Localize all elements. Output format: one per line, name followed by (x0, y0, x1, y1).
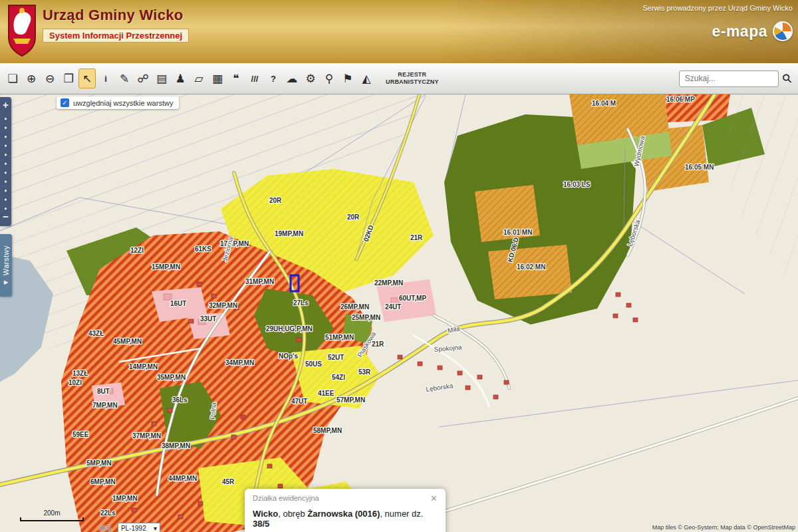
map-label: 29UH,UG,P,MN (266, 325, 313, 332)
map-label: 16.01 MN (503, 229, 532, 236)
popup-title: Działka ewidencyjna (253, 494, 319, 502)
info-icon[interactable]: i (97, 68, 114, 88)
map-label: 32MP,MN (209, 302, 237, 309)
status-code: 3KS (98, 525, 111, 532)
map-label: 54Zl (332, 374, 345, 381)
map-label: 16.03 LS (563, 181, 591, 188)
close-icon[interactable]: ✕ (430, 494, 438, 503)
map-label: 19MP,MN (275, 230, 303, 237)
map-label: 13ZŁ (72, 370, 88, 377)
coat-of-arms-logo (7, 4, 37, 60)
map-label: 34MP,MN (225, 359, 254, 366)
help-icon[interactable]: ? (265, 68, 282, 88)
map-label: 20R (347, 213, 360, 221)
map-label: 24UT (385, 303, 401, 311)
map-label: 35MP,MN (157, 374, 186, 381)
emapa-globe-icon[interactable] (773, 21, 793, 41)
parcel-info-popup: Działka ewidencyjna ✕ Wicko, obręb Żarno… (245, 489, 446, 532)
app-title: Urząd Gminy Wicko (43, 7, 189, 24)
parcel-town: Wicko (253, 509, 278, 519)
map-label: 26MP,MN (340, 303, 369, 311)
map-label: 60UT,MP (399, 295, 426, 302)
map-label: 22MP,MN (374, 279, 403, 287)
map-label: 25MP,MN (352, 314, 380, 321)
toolbar: ❏⊕⊖❐↖i✎☍▤♟▱▦❝///?☁⚙⚲⚑◭ REJESTR URBANISTY… (0, 63, 798, 94)
all-layers-chip: ✓ uwzględniaj wszystkie warstwy (57, 96, 179, 109)
emapa-brand[interactable]: e-mapa (712, 23, 767, 41)
projection-select[interactable]: PL-1992 ▾ (118, 523, 160, 532)
search-icon[interactable]: ⚲ (779, 70, 795, 87)
search-input[interactable] (679, 70, 779, 87)
transform-icon[interactable]: ▱ (190, 68, 207, 88)
layers-panel-tab[interactable]: Warstwy ▶ (0, 234, 12, 297)
zoom-in-button[interactable]: + (3, 98, 9, 112)
map-label: 45R (222, 478, 235, 485)
map-label: 5MP,MN (86, 460, 112, 467)
map-label: 12Zl (130, 247, 144, 254)
map-label: 37MP,MN (132, 432, 161, 440)
scale-label: 200m (20, 509, 84, 517)
map-label: 1MP,MN (112, 495, 138, 502)
app-window: Urząd Gminy Wicko System Informacji Prze… (0, 0, 798, 532)
zoom-out-icon[interactable]: ⊖ (41, 68, 59, 88)
map-label: 16UT (170, 300, 186, 307)
upload-icon[interactable]: ☁ (283, 68, 301, 88)
rejestr-line1: REJESTR (386, 71, 439, 78)
parcel-number: 38/5 (253, 519, 269, 529)
map-label: 22Ls (100, 509, 116, 517)
app-subtitle: System Informacji Przestrzennej (43, 29, 189, 43)
expand-arrow-icon: ▶ (4, 279, 8, 285)
layers-tab-label: Warstwy (2, 245, 10, 275)
map-attribution: Map tiles © Geo-System; Map data © OpenS… (652, 524, 795, 531)
scale-line (20, 517, 84, 521)
cursor-icon[interactable]: ↖ (78, 68, 96, 88)
chevron-down-icon: ▾ (154, 525, 157, 532)
settings-icon[interactable]: ⚙ (302, 68, 319, 88)
flag-icon[interactable]: ⚑ (339, 68, 356, 88)
all-layers-checkbox[interactable]: ✓ (61, 98, 69, 107)
map-label: 44MP,MN (168, 475, 197, 482)
zoom-in-icon[interactable]: ⊕ (23, 68, 40, 88)
map-search-icon[interactable]: ⚲ (321, 68, 338, 88)
map-label: 47UT (291, 398, 307, 405)
zoom-out-button[interactable]: − (3, 210, 9, 223)
map-label: 6MP,MN (90, 478, 116, 485)
map-label: 58MP,MN (313, 427, 342, 434)
panels-icon[interactable]: ▦ (209, 68, 226, 88)
map-label: 16.02 MN (517, 263, 545, 271)
map-viewport[interactable]: 20R20R21R12Zl15MP,MN61KS17MP,MN19MP,MN31… (0, 94, 798, 532)
map-label: 33UT (200, 315, 216, 323)
map-label: 7MP,MN (92, 402, 118, 409)
map-label: 27Ls (293, 299, 309, 307)
map-label: 16.04 M (592, 100, 616, 107)
map-label: 21R (372, 340, 384, 348)
map-label: 51MP,MN (325, 334, 354, 341)
link-icon[interactable]: ☍ (134, 68, 152, 88)
map-label: 10Zl (68, 379, 82, 386)
map-label: 15MP,MN (152, 263, 180, 271)
measure-icon[interactable]: ✎ (116, 68, 133, 88)
map-label: 16.05 MN (685, 164, 714, 171)
print-icon[interactable]: ▤ (153, 68, 170, 88)
map-label: 45MP,MN (113, 338, 142, 345)
comment-icon[interactable]: ❝ (227, 68, 245, 88)
map-label: 36Ls (172, 396, 188, 404)
zoom-control[interactable]: + − (0, 97, 11, 226)
hatch-icon[interactable]: /// (246, 68, 263, 88)
map-label: 8UT (97, 388, 110, 395)
rejestr-line2: URBANISTYCZNY (386, 78, 439, 86)
map-canvas[interactable]: 20R20R21R12Zl15MP,MN61KS17MP,MN19MP,MN31… (0, 94, 798, 532)
streetview-icon[interactable]: ♟ (172, 68, 189, 88)
service-note: Serwis prowadzony przez Urząd Gminy Wick… (642, 4, 793, 12)
layers-icon[interactable]: ❏ (4, 68, 21, 88)
zoom-level-slider[interactable] (0, 112, 11, 210)
map-label: Polna (209, 402, 217, 420)
projection-value: PL-1992 (121, 525, 146, 532)
map-label: NOp's (279, 352, 298, 360)
select-area-icon[interactable]: ❐ (60, 68, 77, 88)
angle-icon[interactable]: ◭ (358, 68, 375, 88)
map-label: 52UT (328, 354, 344, 361)
rejestr-urbanistyczny-button[interactable]: REJESTR URBANISTYCZNY (382, 69, 443, 88)
header: Urząd Gminy Wicko System Informacji Prze… (0, 0, 798, 63)
map-label: 38MP,MN (162, 442, 190, 450)
